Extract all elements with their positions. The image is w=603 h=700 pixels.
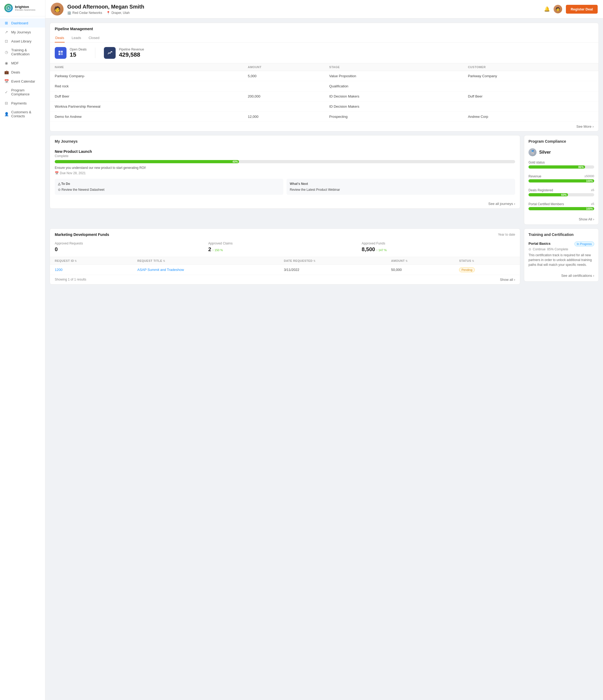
sidebar-item-mdf[interactable]: ◉ MDF — [0, 58, 45, 68]
deals-pct: 60% — [561, 194, 568, 196]
see-all-certifications[interactable]: See all certifications › — [524, 271, 599, 281]
progress-bar: 40% — [55, 160, 515, 163]
deals-table: NAME AMOUNT STAGE CUSTOMER Parkway Compa… — [50, 63, 599, 122]
gold-progress-bar: 86% — [528, 166, 594, 169]
mdf-col-amount: AMOUNT⇅ — [386, 257, 454, 265]
sidebar-item-label: Payments — [11, 101, 27, 105]
deal-stage: Prospecting — [324, 112, 463, 122]
revenue-req-label: Revenue ≥50000 — [528, 174, 594, 178]
mdf-req-id[interactable]: 1200 — [50, 265, 132, 275]
brand-name: brighton — [15, 5, 35, 8]
sort-icon: ⇅ — [75, 259, 77, 262]
deals-req-label: Deals Registered ≥5 — [528, 189, 594, 192]
approved-claims-label: Approved Claims — [208, 242, 362, 245]
see-all-journeys[interactable]: See all journeys › — [50, 199, 520, 208]
revenue-fill: 100% — [528, 179, 594, 182]
table-row[interactable]: Parkway Company- 5,000 Value Proposition… — [50, 71, 599, 81]
company-name: Red Cedar Networks — [72, 11, 102, 15]
approved-requests: Approved Requests 0 — [55, 242, 208, 252]
gold-status-label: Gold status — [528, 160, 594, 164]
mdf-req-title[interactable]: ASAP Summit and Tradeshow — [132, 265, 279, 275]
register-deal-button[interactable]: Register Deal — [566, 5, 598, 14]
sidebar-nav: ⊞ Dashboard ↗ My Journeys ⊡ Asset Librar… — [0, 16, 45, 700]
notification-icon[interactable]: 🔔 — [544, 6, 550, 12]
sidebar-item-label: My Journeys — [11, 30, 31, 34]
svg-text:b: b — [8, 6, 9, 9]
portal-req-label: Portal Certified Members ≥5 — [528, 202, 594, 206]
cert-status-badge: In Progress — [574, 242, 594, 246]
pipeline-card: Pipeline Management Deals Leads Closed O… — [50, 23, 599, 131]
location-meta: 📍 Draper, Utah — [106, 11, 130, 15]
whats-next-item[interactable]: Review the Latest Product Webinar — [290, 188, 512, 192]
sidebar-item-dashboard[interactable]: ⊞ Dashboard — [0, 19, 45, 27]
see-more-deals[interactable]: See More › — [50, 122, 599, 131]
tab-leads[interactable]: Leads — [71, 34, 81, 43]
sidebar-item-deals[interactable]: 💼 Deals — [0, 68, 45, 77]
training-top: Portal Basics In Progress — [528, 242, 594, 246]
journey-title: New Product Launch — [55, 149, 515, 154]
table-row[interactable]: Workiva Partnership Renewal ID Decision … — [50, 102, 599, 112]
logo-text: brighton Elevate Awareness — [15, 5, 35, 11]
deal-stage: ID Decision Makers — [324, 91, 463, 102]
open-deals-icon — [55, 47, 67, 59]
pipeline-header: Pipeline Management — [50, 23, 599, 31]
deal-stage: Value Proposition — [324, 71, 463, 81]
location-icon: 📍 — [106, 11, 110, 15]
compliance-icon: ✓ — [4, 90, 8, 94]
sidebar-item-asset-library[interactable]: ⊡ Asset Library — [0, 36, 45, 46]
approved-claims-change: ↑ 150 % — [212, 248, 223, 252]
continue-label[interactable]: Continue — [533, 247, 546, 251]
mdf-col: Marketing Development Funds Year to date… — [50, 228, 520, 284]
approved-funds: Approved Funds 8,500 ↑ 147 % — [362, 242, 515, 252]
main-content: 🧑 Good Afternoon, Megan Smith 🏢 Red Ceda… — [45, 0, 603, 700]
sidebar-item-program-compliance[interactable]: ✓ Program Compliance — [0, 86, 45, 99]
portal-fill: 100% — [528, 207, 594, 210]
table-row[interactable]: 1200 ASAP Summit and Tradeshow 3/11/2022… — [50, 265, 520, 275]
portal-progress-bar: 100% — [528, 207, 594, 210]
deals-section: Deals Registered ≥5 60% — [524, 187, 599, 201]
training-card: Training and Certification Portal Basics… — [524, 228, 599, 282]
sidebar-item-my-journeys[interactable]: ↗ My Journeys — [0, 27, 45, 36]
deal-name: Demo for Andrew — [50, 112, 243, 122]
sidebar-item-training[interactable]: ◷ Training & Certification — [0, 46, 45, 58]
sidebar-item-label: MDF — [11, 61, 19, 65]
tab-deals[interactable]: Deals — [55, 34, 64, 43]
training-sub: ⊙ Continue 85% Complete — [528, 247, 594, 251]
col-amount: AMOUNT — [243, 63, 324, 71]
sidebar-item-label: Training & Certification — [11, 48, 41, 56]
mdf-col-date: DATE REQUESTED⇅ — [279, 257, 387, 265]
dashboard-icon: ⊞ — [4, 21, 8, 25]
approved-claims: Approved Claims 2 ↑ 150 % — [208, 242, 362, 252]
sidebar-item-label: Customers & Contacts — [11, 110, 41, 118]
deal-amount: 5,000 — [243, 71, 324, 81]
deal-customer — [463, 81, 599, 91]
sidebar-item-event-calendar[interactable]: 📅 Event Calendar — [0, 77, 45, 86]
approved-requests-value: 0 — [55, 246, 208, 252]
mdf-icon: ◉ — [4, 61, 8, 65]
tab-closed[interactable]: Closed — [88, 34, 100, 43]
sidebar-item-label: Asset Library — [11, 39, 31, 43]
topbar-right: 🔔 🧑 Register Deal — [544, 5, 598, 14]
journey-item: New Product Launch Complete 40% Ensure y… — [50, 146, 520, 199]
user-avatar-small[interactable]: 🧑 — [554, 5, 562, 14]
approved-funds-row: 8,500 ↑ 147 % — [362, 246, 515, 252]
todo-item[interactable]: ⊙ Review the Newest Datasheet — [58, 188, 280, 192]
sort-icon: ⇅ — [163, 259, 165, 262]
sidebar-item-payments[interactable]: ⊟ Payments — [0, 99, 45, 108]
show-all-compliance[interactable]: Show All › — [524, 215, 599, 224]
table-row[interactable]: Demo for Andrew 12,000 Prospecting Andre… — [50, 112, 599, 122]
sidebar-item-customers-contacts[interactable]: 👤 Customers & Contacts — [0, 108, 45, 121]
svg-rect-3 — [61, 51, 63, 53]
mdf-req-status: Pending — [454, 265, 520, 275]
logo-icon: b — [4, 4, 13, 12]
table-row[interactable]: Duff Beer 200,000 ID Decision Makers Duf… — [50, 91, 599, 102]
logo: b brighton Elevate Awareness — [0, 0, 45, 16]
table-row[interactable]: Red rock Qualification — [50, 81, 599, 91]
svg-rect-5 — [61, 53, 63, 55]
todo-box: △ To Do ⊙ Review the Newest Datasheet — [55, 179, 283, 195]
mdf-table: REQUEST ID⇅ REQUEST TITLE⇅ DATE REQUESTE… — [50, 257, 520, 275]
continue-icon[interactable]: ⊙ — [528, 247, 531, 251]
revenue-icon — [104, 47, 115, 59]
deal-stage: Qualification — [324, 81, 463, 91]
mdf-show-all[interactable]: Show all › — [500, 278, 515, 282]
